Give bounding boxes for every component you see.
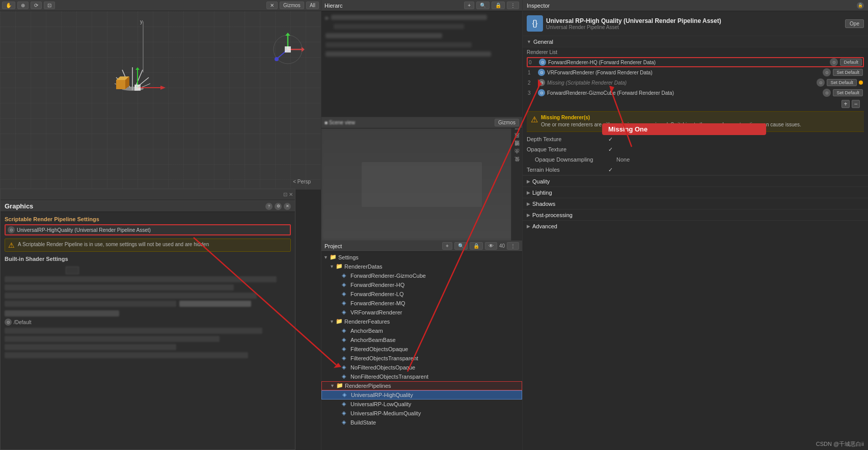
graphics-body: Scriptable Render Pipeline Settings ⊙ Un… bbox=[1, 212, 295, 364]
hierarchy-create-btn[interactable]: + bbox=[464, 2, 474, 9]
depth-texture-label: Depth Texture bbox=[527, 136, 608, 142]
tree-asset-anchorbeambase[interactable]: ◈ AnchorBeamBase bbox=[321, 335, 522, 345]
renderer-eye-2[interactable]: ⊙ bbox=[817, 78, 825, 87]
side-btn-copy[interactable]: 复位 bbox=[512, 163, 522, 169]
side-btn-display[interactable]: 显示 bbox=[512, 139, 522, 145]
more-blurred-settings bbox=[5, 328, 291, 358]
nonfilteredtransparent-icon: ◈ bbox=[342, 373, 349, 380]
nonfilteredtransparent-label: NonFilteredObjectsTransparent bbox=[350, 374, 428, 380]
renderer-name-1: VRForwardRenderer (Forward Renderer Data… bbox=[547, 70, 821, 75]
graphics-help-btn[interactable]: ? bbox=[265, 203, 273, 210]
tree-asset-urp-mq[interactable]: ◈ UniversalRP-MediumQuality bbox=[321, 409, 522, 418]
renderer-index-2: 2 bbox=[528, 80, 536, 86]
tree-asset-urp-hq[interactable]: ◈ UniversalRP-HighQuality bbox=[321, 390, 522, 400]
shadows-label: Shadows bbox=[532, 201, 555, 207]
renderer-index-3: 3 bbox=[528, 90, 536, 96]
hierarchy-lock-btn[interactable]: 🔒 bbox=[492, 2, 505, 9]
tree-asset-nofilteredopaque[interactable]: ◈ NoFilteredObjectsOpaque bbox=[321, 363, 522, 372]
tree-asset-mq[interactable]: ◈ ForwardRenderer-MQ bbox=[321, 299, 522, 308]
inspector-warning-icon: ⚠ bbox=[531, 115, 538, 124]
main-container: ✋ ⊕ ⟳ ⊡ ✕ Gizmos All y bbox=[0, 0, 868, 450]
tree-folder-rendererpipelines[interactable]: ▼ 📁 RendererPipelines bbox=[321, 381, 522, 390]
scene-tool-rotate[interactable]: ⟳ bbox=[31, 2, 42, 9]
tree-asset-vr[interactable]: ◈ VRForwardRenderer bbox=[321, 308, 522, 317]
nofilteredopaque-label: NoFilteredObjectsOpaque bbox=[350, 364, 415, 370]
add-renderer-btn[interactable]: + bbox=[842, 100, 850, 108]
middle-viewport: 属性 显示 透明度 大小 复位 bbox=[321, 128, 522, 241]
tree-asset-filteredobjectsopaque[interactable]: ◈ FilteredObjectsOpaque bbox=[321, 345, 522, 354]
renderer-setdefault-1[interactable]: Set Default bbox=[833, 69, 863, 76]
hierarchy-more-btn[interactable]: ⋮ bbox=[507, 2, 519, 9]
quality-section[interactable]: ▶ Quality bbox=[523, 175, 868, 187]
remove-renderer-btn[interactable]: − bbox=[852, 100, 860, 108]
tree-asset-lq[interactable]: ◈ ForwardRenderer-LQ bbox=[321, 289, 522, 299]
svg-marker-18 bbox=[285, 33, 290, 36]
renderer-row-1: 1 ⊙ VRForwardRenderer (Forward Renderer … bbox=[527, 67, 864, 77]
renderer-default-0[interactable]: Default bbox=[840, 59, 862, 66]
scene-tool-scale[interactable]: ⊡ bbox=[44, 2, 55, 9]
renderer-setdefault-2[interactable]: Set Default bbox=[827, 79, 857, 86]
renderer-eye-1[interactable]: ⊙ bbox=[823, 68, 831, 76]
project-eye-btn[interactable]: 👁 bbox=[485, 242, 497, 250]
inspector-warning-box: ⚠ Missing Renderer(s) One or more render… bbox=[527, 111, 864, 132]
graphics-close-btn[interactable]: ✕ bbox=[284, 203, 291, 210]
urplq-icon: ◈ bbox=[342, 401, 349, 408]
all-btn[interactable]: All bbox=[306, 2, 319, 9]
renderer-list-container: Renderer List 0 ⊙ ForwardRenderer-HQ (Fo… bbox=[523, 47, 868, 109]
tree-folder-rendererdatas[interactable]: ▼ 📁 RendererDatas bbox=[321, 262, 522, 271]
tree-asset-nonfilteredtransparent[interactable]: ◈ NonFilteredObjectsTransparent bbox=[321, 372, 522, 381]
settings-arrow: ▼ bbox=[323, 255, 330, 260]
renderer-icon-3: ⊙ bbox=[538, 89, 545, 96]
scene-tool-hand[interactable]: ✋ bbox=[2, 2, 15, 9]
lighting-section[interactable]: ▶ Lighting bbox=[523, 187, 868, 198]
asset-icon-box: {} bbox=[527, 15, 543, 32]
watermark: CSDN @千城恶白ii bbox=[816, 440, 864, 448]
general-header[interactable]: ▼ General bbox=[523, 36, 868, 47]
opaque-texture-row: Opaque Texture ✓ bbox=[523, 144, 868, 154]
side-btn-properties[interactable]: 属性 bbox=[512, 130, 522, 137]
buildstate-icon: ◈ bbox=[342, 419, 349, 426]
project-create-btn[interactable]: + bbox=[442, 242, 452, 250]
rendererdatas-icon: 📁 bbox=[336, 263, 343, 270]
lighting-arrow: ▶ bbox=[527, 190, 530, 195]
project-search-btn[interactable]: 🔍 bbox=[454, 242, 468, 250]
scene-close-btn[interactable]: ✕ bbox=[266, 2, 278, 9]
project-more-btn[interactable]: ⋮ bbox=[507, 242, 519, 250]
tree-folder-rendererfeatures[interactable]: ▼ 📁 RendererFeatures bbox=[321, 317, 522, 326]
inspector-warning-content: Missing Renderer(s) One or more renderer… bbox=[541, 115, 801, 128]
open-btn[interactable]: Ope bbox=[845, 19, 864, 28]
hierarchy-search-btn[interactable]: 🔍 bbox=[476, 2, 490, 9]
scene-tool-move[interactable]: ⊕ bbox=[17, 2, 29, 9]
tier-dropdown[interactable] bbox=[66, 267, 79, 274]
scene-gizmos-btn2[interactable]: Gizmos bbox=[495, 119, 519, 126]
quality-label: Quality bbox=[532, 178, 550, 184]
renderer-setdefault-3[interactable]: Set Default bbox=[833, 89, 863, 96]
tree-asset-anchorbeam[interactable]: ◈ AnchorBeam bbox=[321, 326, 522, 335]
tree-folder-settings[interactable]: ▼ 📁 Settings bbox=[321, 253, 522, 262]
renderer-eye-3[interactable]: ⊙ bbox=[823, 89, 831, 97]
tree-asset-hq[interactable]: ◈ ForwardRenderer-HQ bbox=[321, 280, 522, 289]
tree-asset-gizmocube[interactable]: ◈ ForwardRenderer-GizmoCube bbox=[321, 271, 522, 280]
asset-header: {} Universal RP-High Quality (Universal … bbox=[523, 11, 868, 36]
anchorbeam-icon: ◈ bbox=[342, 327, 349, 334]
pipeline-gear-btn[interactable]: ⊙ bbox=[8, 226, 15, 233]
tree-asset-urp-lq[interactable]: ◈ UniversalRP-LowQuality bbox=[321, 400, 522, 409]
post-processing-section[interactable]: ▶ Post-processing bbox=[523, 209, 868, 220]
tree-asset-buildstate[interactable]: ◈ BuildState bbox=[321, 418, 522, 427]
default-circle-btn[interactable]: ⊙ bbox=[5, 319, 12, 326]
side-btn-large[interactable]: 大小 bbox=[512, 155, 522, 161]
gizmos-btn[interactable]: Gizmos bbox=[280, 2, 304, 9]
tree-asset-filteredtransparent[interactable]: ◈ FilteredObjectsTransparent bbox=[321, 354, 522, 363]
advanced-section[interactable]: ▶ Advanced bbox=[523, 220, 868, 231]
graphics-settings-btn[interactable]: ⚙ bbox=[275, 203, 282, 210]
opaque-downsampling-label: Opaque Downsampling bbox=[535, 156, 616, 163]
side-btn-transparent[interactable]: 透明度 bbox=[512, 147, 522, 153]
project-lock-btn[interactable]: 🔒 bbox=[470, 242, 483, 250]
filteredtransparent-icon: ◈ bbox=[342, 355, 349, 362]
inspector-lock-btn[interactable]: 🔒 bbox=[857, 2, 864, 9]
shadows-section[interactable]: ▶ Shadows bbox=[523, 198, 868, 209]
rendererfeatures-icon: 📁 bbox=[336, 318, 343, 325]
gizmocube-icon: ◈ bbox=[342, 272, 349, 279]
renderer-eye-0[interactable]: ⊙ bbox=[830, 58, 838, 66]
project-panel: Project + 🔍 🔒 👁 40 ⋮ ▼ 📁 Settings ▼ bbox=[321, 241, 522, 450]
